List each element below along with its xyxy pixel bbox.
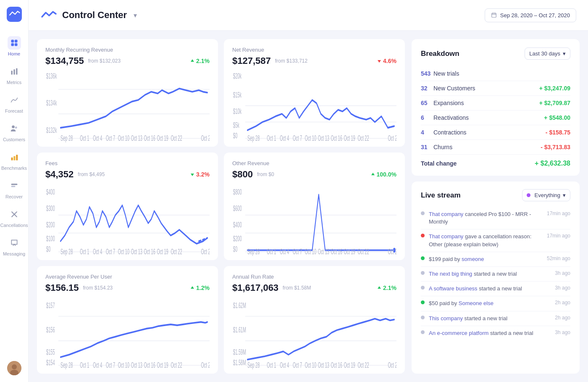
churns-name: Churns — [433, 144, 541, 150]
breakdown-row-reactivations: 6 Reactivations + $548.00 — [421, 111, 570, 125]
net-label: Net Revenue — [232, 47, 396, 53]
stream-link-0[interactable]: That company — [429, 211, 463, 217]
other-value: $800 — [232, 169, 253, 180]
svg-text:$155: $155 — [46, 348, 55, 356]
total-label: Total change — [421, 160, 535, 167]
stream-item-1: That company gave a cancellation reason:… — [421, 229, 570, 252]
svg-text:$20k: $20k — [233, 72, 242, 80]
new-customers-count: 32 — [421, 85, 433, 92]
calendar-icon — [491, 12, 497, 18]
contractions-name: Contractions — [433, 129, 546, 136]
svg-text:$157: $157 — [46, 301, 55, 310]
title-caret-icon[interactable]: ▾ — [134, 11, 137, 19]
up-arrow-icon — [190, 58, 195, 63]
livestream-filter[interactable]: Everything ▾ — [522, 189, 570, 201]
stream-link-7[interactable]: An e-commerce platform — [429, 330, 488, 336]
new-customers-amount: + $3,247.09 — [539, 85, 570, 92]
expansions-count: 65 — [421, 100, 433, 106]
sidebar-item-cancellations[interactable]: Cancellations — [0, 203, 28, 232]
svg-text:$400: $400 — [233, 221, 242, 229]
arpu-change: 1.2% — [190, 285, 210, 291]
stream-link-5[interactable]: Someone else — [459, 300, 494, 306]
svg-text:Sep 28: Sep 28 — [60, 248, 73, 256]
breakdown-row-expansions: 65 Expansions + $2,709.87 — [421, 96, 570, 111]
mrr-change: 2.1% — [190, 58, 210, 64]
sidebar-item-benchmarks[interactable]: Benchmarks — [0, 146, 28, 175]
arr-chart: $1.62M $1.61M $1.59M $1.58M Sep 28 Oct 1… — [232, 296, 396, 369]
svg-rect-4 — [14, 43, 17, 46]
svg-text:Oct 22: Oct 22 — [171, 248, 182, 256]
svg-text:$0: $0 — [46, 245, 50, 253]
svg-text:$0: $0 — [233, 245, 237, 253]
svg-text:Oct 4: Oct 4 — [93, 361, 102, 369]
reactivations-count: 6 — [421, 114, 433, 121]
svg-text:Oct 13: Oct 13 — [131, 134, 142, 142]
sidebar-item-forecast[interactable]: Forecast — [0, 89, 28, 118]
mrr-card: Monthly Recurring Revenue $134,755 from … — [37, 39, 218, 147]
svg-rect-11 — [13, 156, 15, 161]
churns-amount: - $3,713.83 — [541, 144, 570, 150]
svg-text:Oct 13: Oct 13 — [318, 134, 329, 142]
stream-item-3: The next big thing started a new trial 3… — [421, 267, 570, 282]
down-arrow-icon — [377, 58, 382, 63]
svg-text:Oct 19: Oct 19 — [157, 361, 168, 369]
date-range-selector[interactable]: Sep 28, 2020 – Oct 27, 2020 — [485, 8, 576, 22]
svg-text:Oct 13: Oct 13 — [318, 361, 329, 369]
sidebar-item-messaging[interactable]: Messaging — [0, 232, 28, 261]
sidebar-label-metrics: Metrics — [7, 80, 21, 85]
stream-time-0: 17min ago — [547, 211, 570, 216]
net-revenue-card: Net Revenue $127,587 from $133,712 4.6% … — [224, 39, 405, 147]
svg-text:Oct 7: Oct 7 — [106, 361, 115, 369]
sidebar-label-cancellations: Cancellations — [0, 223, 28, 228]
svg-point-18 — [12, 364, 17, 369]
other-chart: $800 $600 $400 $200 $0 Sep 28 Oct 1 Oct … — [232, 182, 396, 256]
stream-link-6[interactable]: This company — [429, 315, 463, 321]
stream-link-1[interactable]: That company — [429, 233, 463, 240]
svg-text:Oct 16: Oct 16 — [144, 248, 155, 256]
stream-link-3[interactable]: The next big thing — [429, 271, 472, 277]
net-value: $127,587 — [232, 55, 271, 66]
stream-link-2[interactable]: someone — [462, 256, 484, 262]
contractions-amount: - $158.75 — [546, 129, 570, 136]
svg-text:Oct 22: Oct 22 — [357, 134, 369, 142]
svg-text:Sep 28: Sep 28 — [247, 248, 260, 256]
header-left: Control Center ▾ — [40, 7, 137, 24]
svg-text:Oct 4: Oct 4 — [280, 248, 289, 256]
fees-chart: $400 $300 $200 $100 $0 Sep 28 Oct 1 Oct … — [45, 182, 210, 256]
main-area: Control Center ▾ Sep 28, 2020 – Oct 27, … — [29, 0, 588, 382]
stream-text-7: An e-commerce platform started a new tri… — [429, 329, 548, 337]
up-arrow-icon-arr — [377, 285, 382, 290]
arpu-from: from $154.23 — [83, 285, 113, 291]
stream-dot-7 — [421, 330, 425, 334]
svg-text:$100: $100 — [46, 234, 55, 243]
arr-from: from $1.58M — [283, 285, 311, 291]
breakdown-card: Breakdown Last 30 days ▾ 543 New trials … — [412, 39, 580, 176]
svg-text:Oct 16: Oct 16 — [144, 134, 155, 142]
sidebar: Home Metrics Forecast Customers Benchmar… — [0, 0, 29, 382]
period-selector[interactable]: Last 30 days ▾ — [525, 47, 570, 60]
other-change: 100.0% — [370, 171, 396, 178]
svg-text:Oct 27: Oct 27 — [201, 248, 210, 256]
stream-item-4: A software business started a new trial … — [421, 282, 570, 296]
fees-label: Fees — [45, 160, 210, 166]
mrr-value-row: $134,755 from $132,023 2.1% — [45, 55, 210, 66]
page-title: Control Center — [62, 10, 127, 21]
sidebar-item-home[interactable]: Home — [0, 32, 28, 61]
fees-from: from $4,495 — [78, 171, 105, 177]
stream-dot-6 — [421, 316, 425, 319]
svg-text:Oct 27: Oct 27 — [201, 361, 210, 369]
svg-rect-12 — [16, 155, 18, 160]
svg-text:Oct 7: Oct 7 — [106, 134, 115, 142]
svg-text:$5k: $5k — [233, 121, 240, 129]
sidebar-item-metrics[interactable]: Metrics — [0, 61, 28, 89]
svg-text:$1.58M: $1.58M — [233, 358, 246, 367]
svg-text:$400: $400 — [46, 188, 55, 196]
stream-link-4[interactable]: A software business — [429, 285, 478, 292]
sidebar-item-recover[interactable]: Recover — [0, 175, 28, 203]
right-panel: Breakdown Last 30 days ▾ 543 New trials … — [412, 39, 580, 374]
sidebar-item-customers[interactable]: Customers — [0, 118, 28, 146]
svg-text:Oct 16: Oct 16 — [331, 248, 342, 256]
svg-text:Oct 4: Oct 4 — [93, 248, 102, 256]
user-avatar[interactable] — [7, 361, 21, 375]
stream-time-3: 3h ago — [555, 270, 570, 276]
